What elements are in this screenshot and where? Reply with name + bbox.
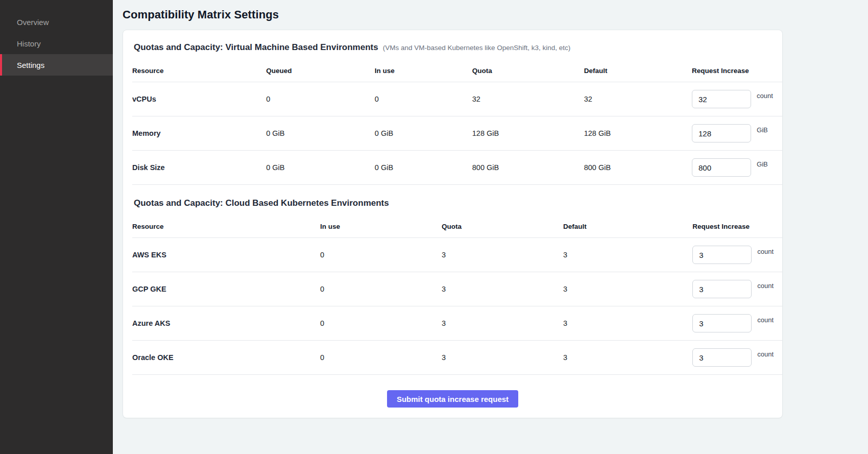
quota-value: 32 (472, 95, 584, 103)
in-use-value: 0 GiB (375, 163, 472, 172)
quota-request-input[interactable] (692, 124, 751, 142)
vm-section-header: Quotas and Capacity: Virtual Machine Bas… (123, 42, 782, 60)
column-header: In use (320, 218, 442, 235)
column-header: Resource (132, 218, 320, 235)
sidebar-item-label: Settings (17, 61, 44, 69)
table-row: Memory 0 GiB 0 GiB 128 GiB 128 GiB GiB (132, 116, 782, 151)
vm-table-header-row: Resource Queued In use Quota Default Req… (132, 60, 782, 82)
vm-section-title: Quotas and Capacity: Virtual Machine Bas… (134, 42, 378, 53)
in-use-value: 0 (320, 319, 442, 327)
unit-label: count (757, 316, 774, 324)
column-header: Resource (132, 62, 266, 80)
settings-card: Quotas and Capacity: Virtual Machine Bas… (123, 30, 783, 418)
default-value: 800 GiB (584, 163, 692, 172)
column-header: In use (375, 62, 472, 80)
app-window: Overview History Settings Compatibility … (0, 0, 868, 454)
unit-label: GiB (757, 126, 768, 134)
default-value: 3 (563, 353, 692, 362)
quota-request-input[interactable] (692, 90, 751, 108)
in-use-value: 0 (320, 353, 442, 362)
quota-request-input[interactable] (692, 280, 752, 298)
table-row: Oracle OKE 0 3 3 count (132, 341, 782, 375)
column-header: Request Increase (692, 62, 782, 80)
resource-name: Azure AKS (132, 319, 320, 327)
request-increase-cell: count (692, 348, 783, 367)
k8s-quotas-section: Quotas and Capacity: Cloud Based Kuberne… (123, 198, 782, 375)
column-header: Quota (442, 218, 563, 235)
quota-request-input[interactable] (692, 158, 751, 177)
resource-name: Memory (132, 129, 266, 137)
sidebar-item-label: Overview (17, 18, 49, 27)
table-row: vCPUs 0 0 32 32 count (132, 82, 782, 116)
vm-section-subtitle: (VMs and VM-based Kubernetes like OpenSh… (383, 44, 571, 52)
unit-label: count (757, 92, 773, 100)
k8s-section-header: Quotas and Capacity: Cloud Based Kuberne… (123, 198, 782, 216)
quota-value: 3 (442, 353, 563, 362)
quota-request-input[interactable] (692, 314, 752, 332)
quota-value: 3 (442, 251, 563, 259)
unit-label: count (757, 350, 774, 358)
default-value: 3 (563, 285, 692, 293)
sidebar: Overview History Settings (0, 0, 113, 454)
in-use-value: 0 GiB (375, 129, 472, 137)
request-increase-cell: count (692, 246, 783, 264)
quota-request-input[interactable] (692, 246, 752, 264)
resource-name: GCP GKE (132, 285, 320, 293)
resource-name: AWS EKS (132, 251, 320, 259)
quota-value: 3 (442, 319, 563, 327)
quota-value: 3 (442, 285, 563, 293)
vm-table-body: vCPUs 0 0 32 32 count (132, 82, 782, 185)
page-title: Compatibility Matrix Settings (123, 8, 868, 21)
main-content: Compatibility Matrix Settings Quotas and… (113, 0, 868, 454)
sidebar-nav: Overview History Settings (0, 11, 113, 76)
sidebar-item[interactable]: Overview (0, 11, 113, 33)
queued-value: 0 GiB (266, 129, 375, 137)
vm-quota-table: Resource Queued In use Quota Default Req… (123, 60, 782, 185)
table-row: Azure AKS 0 3 3 count (132, 306, 782, 341)
resource-name: Oracle OKE (132, 353, 320, 362)
vm-quotas-section: Quotas and Capacity: Virtual Machine Bas… (123, 42, 782, 185)
column-header: Default (584, 62, 692, 80)
queued-value: 0 GiB (266, 163, 375, 172)
sidebar-item[interactable]: History (0, 33, 113, 54)
sidebar-item[interactable]: Settings (0, 54, 113, 76)
default-value: 128 GiB (584, 129, 692, 137)
quota-request-input[interactable] (692, 348, 752, 367)
column-header: Quota (472, 62, 584, 80)
request-increase-cell: GiB (692, 124, 782, 142)
sidebar-item-label: History (17, 39, 41, 48)
table-row: AWS EKS 0 3 3 count (132, 238, 782, 272)
column-header: Queued (266, 62, 375, 80)
in-use-value: 0 (320, 251, 442, 259)
table-row: Disk Size 0 GiB 0 GiB 800 GiB 800 GiB Gi… (132, 151, 782, 185)
k8s-section-title: Quotas and Capacity: Cloud Based Kuberne… (134, 198, 389, 208)
request-increase-cell: count (692, 314, 783, 332)
column-header: Request Increase (692, 218, 783, 235)
default-value: 3 (563, 319, 692, 327)
in-use-value: 0 (320, 285, 442, 293)
request-increase-cell: count (692, 90, 782, 108)
request-increase-cell: count (692, 280, 783, 298)
table-row: GCP GKE 0 3 3 count (132, 272, 782, 306)
submit-quota-request-button[interactable]: Submit quota increase request (387, 390, 518, 408)
quota-value: 128 GiB (472, 129, 584, 137)
k8s-table-header-row: Resource In use Quota Default Request In… (132, 216, 782, 238)
default-value: 3 (563, 251, 692, 259)
quota-value: 800 GiB (472, 163, 584, 172)
default-value: 32 (584, 95, 692, 103)
unit-label: count (757, 248, 774, 255)
resource-name: Disk Size (132, 163, 266, 172)
section-spacer (123, 185, 782, 198)
k8s-quota-table: Resource In use Quota Default Request In… (123, 216, 782, 375)
submit-row: Submit quota increase request (123, 375, 782, 408)
k8s-table-body: AWS EKS 0 3 3 count GC (132, 238, 782, 375)
request-increase-cell: GiB (692, 158, 782, 177)
resource-name: vCPUs (132, 95, 266, 103)
column-header: Default (563, 218, 692, 235)
in-use-value: 0 (375, 95, 472, 103)
unit-label: count (757, 282, 774, 290)
queued-value: 0 (266, 95, 375, 103)
unit-label: GiB (757, 160, 768, 168)
